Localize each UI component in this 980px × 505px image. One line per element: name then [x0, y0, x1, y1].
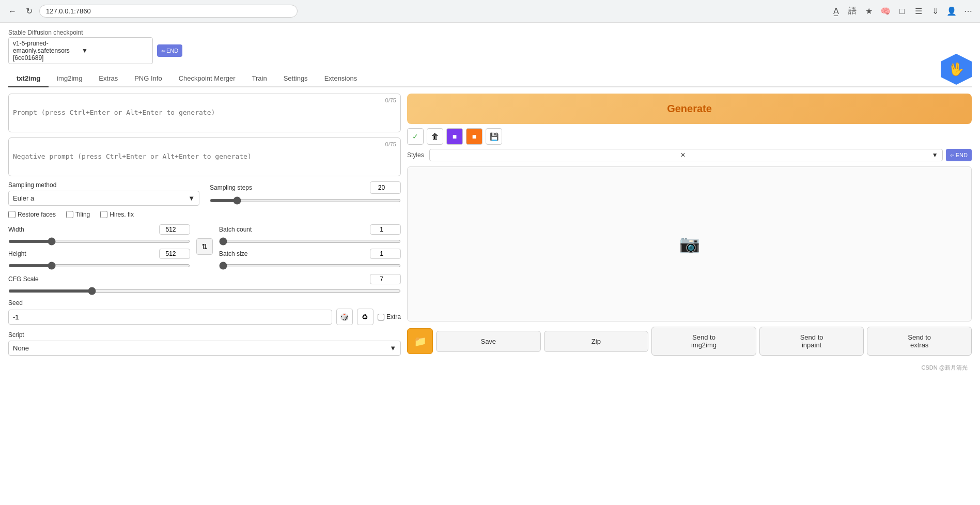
batch-section: Batch count Batch size — [219, 224, 401, 269]
extension-icon[interactable]: 🧠 — [880, 6, 891, 17]
script-section: Script None ▼ — [8, 331, 401, 356]
tab-settings[interactable]: Settings — [275, 70, 316, 87]
save-button[interactable]: Save — [436, 331, 541, 352]
left-panel: 0/75 0/75 Sampling method Euler a ▼ — [8, 94, 401, 362]
purple-style-button[interactable]: ■ — [446, 128, 463, 145]
cfg-input[interactable] — [370, 274, 401, 284]
sampling-method-arrow: ▼ — [188, 194, 195, 202]
send-to-extras-button[interactable]: Send to extras — [867, 327, 972, 356]
zip-button[interactable]: Zip — [544, 331, 649, 352]
main-tabs: txt2img img2img Extras PNG Info Checkpoi… — [8, 70, 972, 87]
refresh-button[interactable]: ↻ — [23, 5, 35, 18]
negative-prompt-counter: 0/75 — [385, 141, 396, 147]
hires-fix-input[interactable] — [100, 211, 107, 218]
tab-extras[interactable]: Extras — [90, 70, 126, 87]
logo-area: 🖖 — [941, 54, 972, 85]
batch-size-section: Batch size — [219, 249, 401, 269]
height-section: Height — [8, 249, 190, 269]
browser-bar: ← ↻ 127.0.0.1:7860 A̲ 語 ★ 🧠 □ ☰ ⇓ 👤 ⋯ — [0, 0, 980, 23]
trash-styles-button[interactable]: 🗑 — [427, 128, 443, 145]
extra-checkbox-input[interactable] — [378, 314, 384, 320]
checkpoint-dropdown[interactable]: v1-5-pruned-emaonly.safetensors [6ce0168… — [8, 37, 153, 64]
batch-count-input[interactable] — [370, 224, 401, 235]
send-to-inpaint-button[interactable]: Send to inpaint — [759, 327, 864, 356]
cfg-slider[interactable] — [8, 289, 401, 293]
negative-prompt-input[interactable] — [9, 138, 400, 174]
hires-fix-checkbox[interactable]: Hires. fix — [100, 211, 134, 218]
extra-label: Extra — [386, 313, 401, 320]
width-section: Width — [8, 224, 190, 244]
send-to-img2img-button[interactable]: Send to img2img — [651, 327, 756, 356]
batch-size-input[interactable] — [370, 249, 401, 259]
favorites-bar-icon[interactable]: ☰ — [913, 6, 924, 17]
tab-png-info[interactable]: PNG Info — [126, 70, 170, 87]
checkpoint-value: v1-5-pruned-emaonly.safetensors [6ce0168… — [13, 40, 80, 62]
apply-styles-button[interactable]: ✓ — [407, 128, 424, 145]
extra-checkbox[interactable]: Extra — [378, 313, 401, 320]
open-folder-button[interactable]: 📁 — [407, 328, 433, 354]
reader-icon[interactable]: A̲ — [830, 6, 842, 17]
save-style-button[interactable]: 💾 — [486, 128, 502, 145]
styles-label: Styles — [407, 151, 424, 159]
height-input[interactable] — [159, 249, 190, 259]
batch-count-slider[interactable] — [219, 240, 401, 243]
sampling-method-dropdown[interactable]: Euler a ▼ — [8, 191, 199, 206]
dimensions-row: Width Height ⇅ — [8, 224, 401, 269]
recycle-button[interactable]: ♻ — [357, 309, 374, 325]
height-slider[interactable] — [8, 264, 190, 267]
cfg-label: CFG Scale — [8, 276, 39, 283]
hires-fix-label: Hires. fix — [110, 211, 134, 218]
orange-style-button[interactable]: ■ — [466, 128, 483, 145]
restore-faces-input[interactable] — [8, 211, 15, 218]
tab-txt2img[interactable]: txt2img — [8, 70, 49, 87]
favorites-icon[interactable]: ★ — [863, 6, 875, 17]
width-height-section: Width Height — [8, 224, 190, 269]
generate-button[interactable]: Generate — [407, 94, 972, 124]
style-buttons-row: ✓ 🗑 ■ ■ 💾 — [407, 128, 972, 145]
seed-section: Seed 🎲 ♻ Extra — [8, 299, 401, 325]
dice-button[interactable]: 🎲 — [336, 309, 353, 325]
negative-prompt-box: 0/75 — [8, 137, 401, 176]
sampling-method-label: Sampling method — [8, 181, 199, 189]
script-value: None — [13, 344, 29, 352]
height-label: Height — [8, 250, 26, 257]
seed-label: Seed — [8, 299, 401, 307]
width-input[interactable] — [159, 224, 190, 235]
address-bar[interactable]: 127.0.0.1:7860 — [39, 5, 298, 18]
download-icon[interactable]: ⇓ — [929, 6, 941, 17]
translate-icon[interactable]: 語 — [847, 6, 858, 17]
positive-prompt-input[interactable] — [9, 94, 400, 130]
tiling-checkbox[interactable]: Tiling — [66, 211, 90, 218]
swap-dimensions-button[interactable]: ⇅ — [196, 238, 213, 255]
profile-icon[interactable]: 👤 — [946, 6, 957, 17]
sampling-method-value: Euler a — [13, 194, 34, 202]
width-slider[interactable] — [8, 240, 190, 243]
tiling-label: Tiling — [75, 211, 90, 218]
image-display-area: 📷 — [407, 166, 972, 322]
end-button-checkpoint[interactable]: ⇦ END — [157, 44, 182, 57]
batch-size-slider[interactable] — [219, 264, 401, 267]
sampling-steps-input[interactable] — [370, 181, 401, 194]
tiling-input[interactable] — [66, 211, 73, 218]
styles-dropdown[interactable]: ✕ ▼ — [429, 149, 943, 161]
seed-input[interactable] — [8, 310, 332, 325]
tab-extensions[interactable]: Extensions — [316, 70, 366, 87]
back-button[interactable]: ← — [6, 5, 19, 18]
image-placeholder-icon: 📷 — [679, 234, 700, 254]
batch-size-label: Batch size — [219, 250, 247, 257]
sampling-steps-section: Sampling steps — [210, 181, 401, 204]
sampling-steps-slider[interactable] — [210, 199, 401, 202]
end-button-styles[interactable]: ⇦ END — [946, 149, 972, 161]
script-dropdown[interactable]: None ▼ — [8, 341, 401, 356]
collections-icon[interactable]: □ — [896, 6, 908, 17]
restore-faces-checkbox[interactable]: Restore faces — [8, 211, 56, 218]
sampling-steps-label: Sampling steps — [210, 184, 252, 191]
cfg-section: CFG Scale — [8, 274, 401, 294]
menu-icon[interactable]: ⋯ — [962, 6, 974, 17]
tab-img2img[interactable]: img2img — [49, 70, 90, 87]
sampling-method-section: Sampling method Euler a ▼ — [8, 181, 199, 206]
app-logo: 🖖 — [941, 54, 972, 85]
tab-train[interactable]: Train — [244, 70, 275, 87]
restore-faces-label: Restore faces — [18, 211, 56, 218]
tab-checkpoint-merger[interactable]: Checkpoint Merger — [170, 70, 244, 87]
